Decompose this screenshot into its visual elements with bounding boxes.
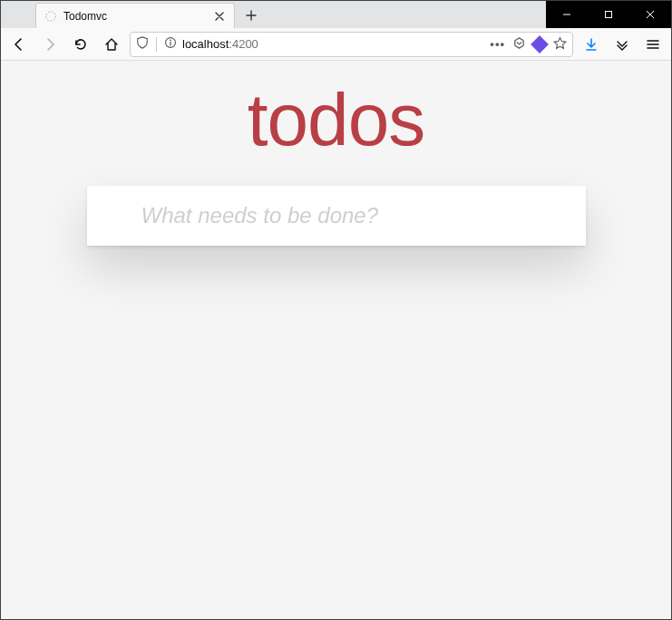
svg-rect-1: [606, 12, 612, 18]
svg-point-0: [46, 11, 56, 21]
identity-separator: [156, 37, 157, 52]
window-close-button[interactable]: [629, 1, 671, 28]
new-todo-container: [87, 186, 586, 246]
app-title: todos: [87, 77, 586, 162]
bookmark-star-icon[interactable]: [553, 36, 567, 53]
url-text: localhost:4200: [182, 37, 484, 51]
info-icon: [164, 36, 177, 52]
new-tab-button[interactable]: [239, 3, 264, 28]
site-identity[interactable]: [136, 36, 177, 52]
nav-forward-button[interactable]: [37, 32, 63, 57]
url-bar[interactable]: localhost:4200 •••: [130, 32, 573, 57]
extension-icon[interactable]: [531, 35, 549, 53]
tab-favicon-icon: [44, 9, 58, 24]
shield-icon: [136, 36, 149, 52]
tab-title: Todomvc: [63, 10, 207, 23]
todo-app: todos: [87, 61, 586, 246]
reader-pocket-icon[interactable]: [512, 36, 526, 53]
browser-toolbar: localhost:4200 •••: [1, 28, 671, 61]
page-actions-more-icon[interactable]: •••: [490, 37, 505, 51]
page-actions: •••: [490, 36, 567, 53]
window-maximize-button[interactable]: [588, 1, 629, 28]
svg-point-3: [170, 40, 171, 42]
window-controls: [546, 1, 671, 28]
url-host: localhost: [182, 37, 229, 51]
tab-close-button[interactable]: [212, 9, 227, 24]
downloads-button[interactable]: [579, 32, 604, 57]
window-titlebar: Todomvc: [1, 1, 671, 28]
nav-back-button[interactable]: [6, 32, 32, 57]
overflow-button[interactable]: [609, 32, 635, 57]
nav-reload-button[interactable]: [68, 32, 93, 57]
app-menu-button[interactable]: [640, 32, 666, 57]
window-minimize-button[interactable]: [546, 1, 588, 28]
page-viewport: todos: [1, 61, 671, 619]
browser-tab-active[interactable]: Todomvc: [35, 3, 235, 28]
tab-strip: Todomvc: [1, 1, 546, 28]
svg-rect-4: [170, 42, 170, 45]
new-todo-input[interactable]: [87, 186, 586, 246]
url-port: :4200: [229, 37, 258, 51]
nav-home-button[interactable]: [99, 32, 124, 57]
